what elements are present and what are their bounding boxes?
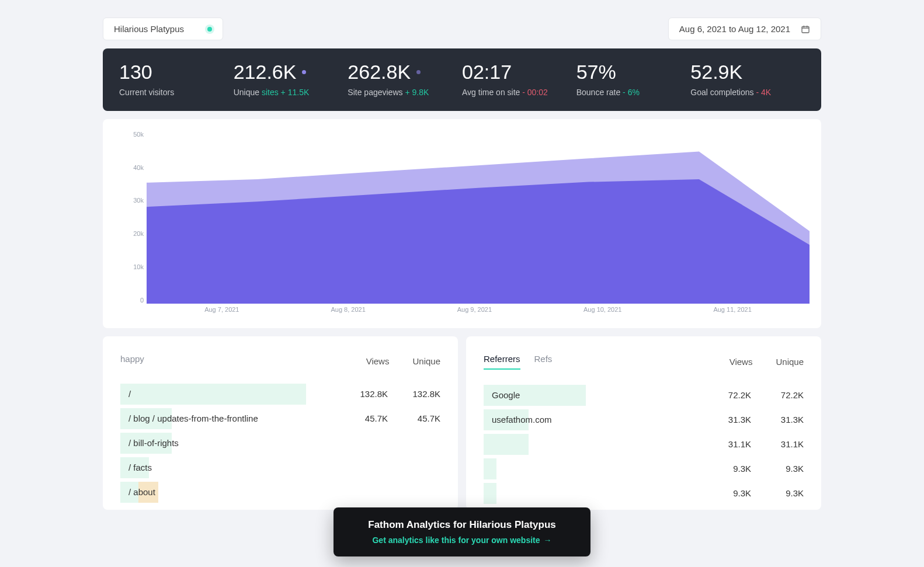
- date-range-picker[interactable]: Aug 6, 2021 to Aug 12, 2021: [668, 18, 821, 40]
- stat-label: Bounce rate - 6%: [576, 88, 691, 97]
- series-dot-icon: [302, 70, 306, 74]
- stat-value: 262.8K: [348, 60, 411, 84]
- column-unique: Unique: [412, 356, 440, 366]
- live-indicator-icon: [207, 27, 212, 32]
- stat-label: Unique sites + 11.5K: [234, 88, 348, 97]
- row-unique: 31.1K: [757, 439, 804, 449]
- table-row[interactable]: / facts: [120, 457, 440, 478]
- table-row[interactable]: 31.1K31.1K: [484, 434, 804, 455]
- date-range-label: Aug 6, 2021 to Aug 12, 2021: [679, 24, 790, 34]
- row-name: / facts: [128, 462, 341, 472]
- row-name: / blog / updates-from-the-frontline: [128, 413, 341, 423]
- tab-referrers[interactable]: Referrers: [484, 354, 520, 370]
- table-row[interactable]: / bill-of-rights: [120, 433, 440, 454]
- tab-pages[interactable]: happy: [120, 354, 144, 368]
- stat-unique-sites[interactable]: 212.6K Unique sites + 11.5K: [234, 60, 348, 97]
- table-row[interactable]: /132.8K132.8K: [120, 384, 440, 405]
- row-name: Google: [492, 390, 704, 400]
- row-unique: 9.3K: [757, 464, 804, 474]
- top-row: Hilarious Platypus Aug 6, 2021 to Aug 12…: [103, 18, 821, 40]
- stat-label: Current visitors: [119, 88, 234, 97]
- stat-value: 52.9K: [690, 60, 805, 84]
- table-row[interactable]: Google72.2K72.2K: [484, 385, 804, 406]
- table-row[interactable]: usefathom.com31.3K31.3K: [484, 409, 804, 430]
- site-name: Hilarious Platypus: [114, 24, 184, 34]
- stat-label: Avg time on site - 00:02: [462, 88, 576, 97]
- series-dot-icon: [416, 70, 421, 74]
- chart-plot[interactable]: [147, 131, 810, 304]
- row-name: usefathom.com: [492, 415, 704, 425]
- stat-pageviews[interactable]: 262.8K Site pageviews + 9.8K: [348, 60, 462, 97]
- stat-value: 130: [119, 60, 234, 84]
- tab-refs[interactable]: Refs: [534, 354, 553, 370]
- row-unique: 72.2K: [757, 390, 804, 400]
- stat-value: 02:17: [462, 60, 576, 84]
- stat-label: Goal completions - 4K: [690, 88, 805, 97]
- stats-bar: 130 Current visitors 212.6K Unique sites…: [103, 48, 821, 111]
- row-name: /: [128, 389, 341, 399]
- row-views: 9.3K: [704, 488, 751, 498]
- column-unique: Unique: [776, 357, 804, 367]
- table-row[interactable]: / blog / updates-from-the-frontline45.7K…: [120, 408, 440, 429]
- chart-x-axis: Aug 7, 2021 Aug 8, 2021 Aug 9, 2021 Aug …: [147, 306, 810, 318]
- panel-referrers: Referrers Refs Views Unique Google72.2K7…: [466, 336, 821, 510]
- table-row[interactable]: 9.3K9.3K: [484, 483, 804, 504]
- stat-goal-completions[interactable]: 52.9K Goal completions - 4K: [690, 60, 805, 97]
- table-row[interactable]: 9.3K9.3K: [484, 458, 804, 479]
- row-unique: 9.3K: [757, 488, 804, 498]
- row-unique: 31.3K: [757, 415, 804, 425]
- stat-label: Site pageviews + 9.8K: [348, 88, 462, 97]
- row-views: 31.1K: [704, 439, 751, 449]
- chart-card: 50k 40k 30k 20k 10k 0 Aug 7, 2021 Aug 8,…: [103, 119, 821, 328]
- row-name: / about: [128, 487, 341, 497]
- row-views: 132.8K: [341, 389, 388, 399]
- column-views: Views: [366, 356, 390, 366]
- table-row[interactable]: / about: [120, 482, 440, 503]
- stat-bounce-rate[interactable]: 57% Bounce rate - 6%: [576, 60, 691, 97]
- panel-pages: happy Views Unique /132.8K132.8K/ blog /…: [103, 336, 458, 510]
- column-views: Views: [730, 357, 753, 367]
- row-views: 9.3K: [704, 464, 751, 474]
- row-unique: 45.7K: [394, 413, 440, 423]
- site-picker[interactable]: Hilarious Platypus: [103, 18, 223, 40]
- stat-value: 212.6K: [234, 60, 297, 84]
- row-name: / bill-of-rights: [128, 438, 341, 448]
- calendar-icon: [801, 25, 810, 34]
- stat-current-visitors[interactable]: 130 Current visitors: [119, 60, 234, 97]
- stat-value: 57%: [576, 60, 691, 84]
- svg-rect-0: [802, 26, 809, 33]
- stat-avg-time[interactable]: 02:17 Avg time on site - 00:02: [462, 60, 576, 97]
- row-views: 72.2K: [704, 390, 751, 400]
- chart-y-axis: 50k 40k 30k 20k 10k 0: [114, 131, 144, 304]
- row-unique: 132.8K: [394, 389, 440, 399]
- promo-banner: Fathom Analytics for Hilarious Platypus …: [334, 507, 590, 510]
- row-views: 31.3K: [704, 415, 751, 425]
- row-views: 45.7K: [341, 413, 388, 423]
